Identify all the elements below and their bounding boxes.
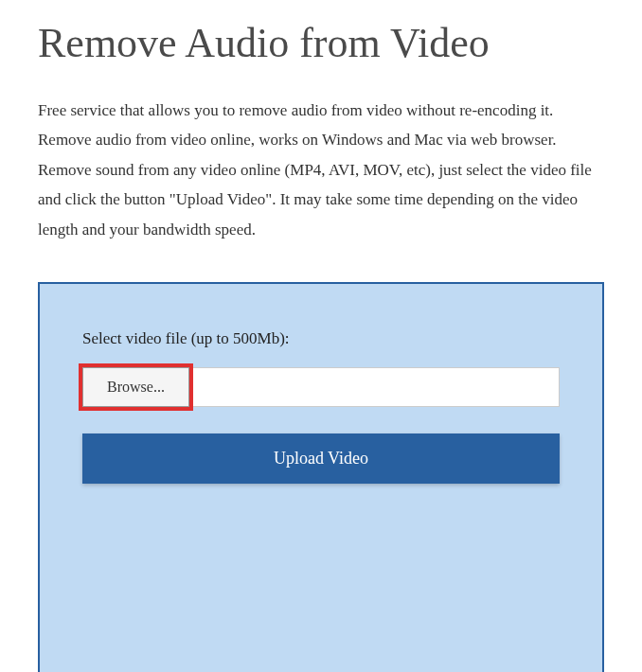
file-input-row: Browse... <box>82 367 560 407</box>
upload-video-button[interactable]: Upload Video <box>82 433 560 484</box>
upload-panel: Select video file (up to 500Mb): Browse.… <box>38 282 604 672</box>
select-file-label: Select video file (up to 500Mb): <box>82 329 560 348</box>
description-text: Free service that allows you to remove a… <box>38 96 604 244</box>
browse-button[interactable]: Browse... <box>82 367 189 407</box>
page-title: Remove Audio from Video <box>38 19 604 69</box>
